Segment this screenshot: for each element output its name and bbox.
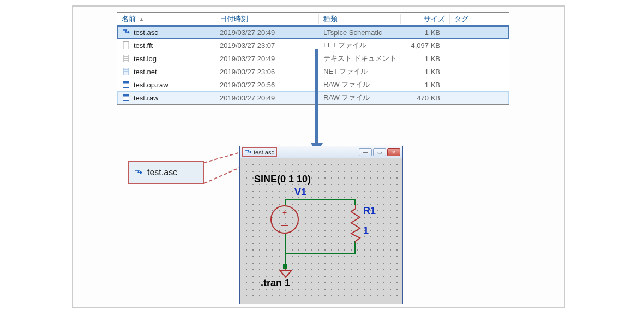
col-header-date[interactable]: 日付時刻: [215, 14, 319, 24]
svg-rect-11: [123, 95, 129, 97]
ltspice-icon: [134, 168, 143, 177]
file-size: 1 KB: [401, 81, 450, 89]
note-icon: [122, 67, 130, 76]
textdoc-icon: [122, 54, 130, 63]
ltspice-window: test.asc — ▭ ✕ SINE(0 1 10) V1 R1 1 .tra…: [239, 146, 403, 304]
figure-frame: 名前 ▲ 日付時刻 種類 サイズ タグ test.asc2019/03/27 2…: [72, 5, 565, 308]
resistor[interactable]: [350, 205, 361, 245]
v1-label: V1: [294, 187, 306, 198]
col-header-type[interactable]: 種類: [319, 14, 401, 24]
file-date: 2019/03/27 20:49: [215, 28, 319, 37]
close-button[interactable]: ✕: [387, 148, 400, 156]
svg-rect-0: [123, 42, 129, 49]
file-row[interactable]: test.log2019/03/27 20:49テキスト ドキュメント1 KB: [117, 52, 509, 65]
file-size: 4,097 KB: [401, 41, 450, 50]
file-date: 2019/03/27 23:06: [215, 68, 319, 76]
r1-label: R1: [363, 205, 376, 217]
file-name: test.fft: [134, 41, 153, 50]
file-row[interactable]: test.op.raw2019/03/27 20:56RAW ファイル1 KB: [117, 78, 509, 91]
maximize-button[interactable]: ▭: [373, 148, 386, 156]
file-size: 470 KB: [401, 94, 450, 102]
titlebar-file-highlight: test.asc: [242, 147, 277, 157]
file-date: 2019/03/27 23:07: [215, 41, 319, 50]
r1-value: 1: [363, 225, 369, 236]
file-name: test.raw: [134, 94, 159, 102]
callout-label: test.asc: [147, 168, 177, 177]
file-name: test.asc: [134, 28, 158, 37]
file-row[interactable]: test.fft2019/03/27 23:07FFT ファイル4,097 KB: [117, 39, 509, 52]
wire: [354, 199, 356, 205]
file-name: test.log: [134, 55, 157, 63]
raw-icon: [122, 93, 130, 102]
file-type: NET ファイル: [319, 67, 401, 76]
wire: [285, 234, 286, 266]
schematic-canvas[interactable]: SINE(0 1 10) V1 R1 1 .tran 1: [243, 162, 399, 300]
arrow-to-schematic: [315, 49, 318, 144]
ground-symbol[interactable]: [279, 269, 292, 280]
file-list-header[interactable]: 名前 ▲ 日付時刻 種類 サイズ タグ: [117, 13, 509, 26]
file-date: 2019/03/27 20:56: [215, 81, 319, 89]
file-type: RAW ファイル: [319, 80, 401, 90]
file-name: test.op.raw: [134, 81, 168, 89]
ltspice-icon: [122, 28, 130, 37]
file-size: 1 KB: [401, 68, 450, 76]
ltspice-icon: [245, 148, 252, 156]
sine-directive: SINE(0 1 10): [254, 174, 311, 185]
blank-icon: [122, 41, 130, 50]
file-date: 2019/03/27 20:49: [215, 55, 319, 63]
callout-file: test.asc: [128, 161, 204, 184]
sort-caret-icon: ▲: [139, 16, 144, 22]
file-row[interactable]: test.raw2019/03/27 20:49RAW ファイル470 KB: [117, 91, 509, 104]
file-type: LTspice Schematic: [319, 28, 401, 37]
minimize-button[interactable]: —: [359, 148, 372, 156]
svg-rect-9: [123, 82, 129, 84]
window-titlebar[interactable]: test.asc — ▭ ✕: [240, 146, 402, 158]
wire: [285, 199, 356, 200]
file-size: 1 KB: [401, 28, 450, 37]
col-header-size[interactable]: サイズ: [401, 14, 450, 24]
voltage-source[interactable]: [270, 205, 299, 234]
wire: [285, 199, 286, 205]
col-header-name[interactable]: 名前 ▲: [117, 14, 215, 24]
file-type: FFT ファイル: [319, 40, 401, 50]
file-name: test.net: [134, 68, 157, 76]
wire: [285, 253, 356, 254]
window-title: test.asc: [254, 149, 274, 156]
file-date: 2019/03/27 20:49: [215, 94, 319, 102]
file-row[interactable]: test.asc2019/03/27 20:49LTspice Schemati…: [117, 26, 509, 39]
file-type: RAW ファイル: [319, 93, 401, 103]
file-row[interactable]: test.net2019/03/27 23:06NET ファイル1 KB: [117, 65, 509, 78]
file-size: 1 KB: [401, 55, 450, 63]
file-list: 名前 ▲ 日付時刻 種類 サイズ タグ test.asc2019/03/27 2…: [117, 12, 509, 105]
ground-node: [283, 264, 287, 269]
file-type: テキスト ドキュメント: [319, 54, 401, 63]
col-header-tag[interactable]: タグ: [450, 14, 509, 24]
raw-icon: [122, 80, 130, 89]
